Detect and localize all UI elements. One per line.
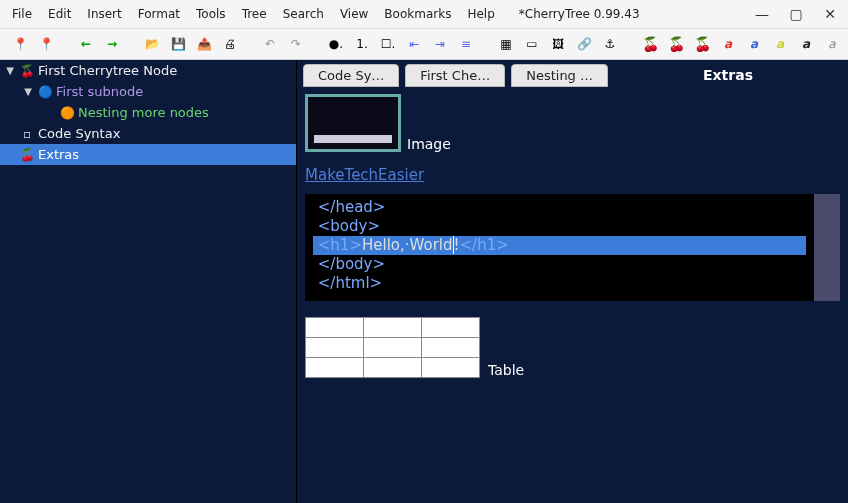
menu-file[interactable]: File <box>4 3 40 25</box>
pin-red-icon[interactable]: 📍 <box>8 32 32 56</box>
save-button[interactable]: 💾 <box>166 32 190 56</box>
format-a-red-icon[interactable]: a <box>716 32 740 56</box>
export-button[interactable]: 📤 <box>192 32 216 56</box>
tab-code-syntax[interactable]: Code Sy… <box>303 64 399 87</box>
open-button[interactable]: 📂 <box>140 32 164 56</box>
tree-node[interactable]: ▫ Code Syntax <box>0 123 296 144</box>
node-tree[interactable]: ▼ 🍒 First Cherrytree Node ▼ 🔵 First subn… <box>0 60 297 503</box>
code-line: </body> <box>313 255 806 274</box>
menu-view[interactable]: View <box>332 3 376 25</box>
bullet-list-icon[interactable]: ●. <box>324 32 348 56</box>
sphere-icon: 🔵 <box>38 85 52 99</box>
format-a-blue-icon[interactable]: a <box>742 32 766 56</box>
tree-node[interactable]: ▼ 🍒 First Cherrytree Node <box>0 60 296 81</box>
active-node-title: Extras <box>614 67 842 83</box>
tree-node[interactable]: ▼ 🔵 First subnode <box>0 81 296 102</box>
cherry-green-icon[interactable]: 🍒 <box>664 32 688 56</box>
code-line: <body> <box>313 217 806 236</box>
insert-table-icon[interactable]: ▦ <box>494 32 518 56</box>
menu-bookmarks[interactable]: Bookmarks <box>376 3 459 25</box>
code-line-selected: <h1>Hello,·World!</h1> <box>313 236 806 255</box>
embedded-image[interactable] <box>305 94 401 152</box>
minimize-button[interactable]: — <box>748 6 776 22</box>
pin-green-icon[interactable]: 📍 <box>34 32 58 56</box>
menu-edit[interactable]: Edit <box>40 3 79 25</box>
menu-insert[interactable]: Insert <box>79 3 129 25</box>
menu-help[interactable]: Help <box>459 3 502 25</box>
code-icon: ▫ <box>20 127 34 141</box>
format-a-gray-icon[interactable]: a <box>820 32 844 56</box>
table-label: Table <box>488 362 524 378</box>
undo-button[interactable]: ↶ <box>258 32 282 56</box>
checkbox-list-icon[interactable]: ☐. <box>376 32 400 56</box>
cherry-icon: 🍒 <box>20 148 34 162</box>
tree-node-label: Extras <box>38 147 79 162</box>
menu-format[interactable]: Format <box>130 3 188 25</box>
format-a-black-icon[interactable]: a <box>794 32 818 56</box>
table-row-container: Table <box>305 317 840 378</box>
expander-icon[interactable]: ▼ <box>4 65 16 76</box>
close-button[interactable]: ✕ <box>816 6 844 22</box>
format-a-yellow-icon[interactable]: a <box>768 32 792 56</box>
justify-icon[interactable]: ≡ <box>454 32 478 56</box>
image-row: Image <box>305 94 840 152</box>
tree-node-label: First subnode <box>56 84 143 99</box>
ordered-list-icon[interactable]: 1. <box>350 32 374 56</box>
window-title: *CherryTree 0.99.43 <box>519 7 640 21</box>
content-pane: Code Sy… First Che… Nesting … Extras Ima… <box>297 60 848 503</box>
link-row: MakeTechEasier <box>305 166 840 184</box>
menu-tree[interactable]: Tree <box>234 3 275 25</box>
insert-image-icon[interactable]: 🖼 <box>546 32 570 56</box>
menu-bar: File Edit Insert Format Tools Tree Searc… <box>0 0 848 28</box>
tab-bar: Code Sy… First Che… Nesting … Extras <box>297 60 848 90</box>
expander-icon[interactable]: ▼ <box>22 86 34 97</box>
insert-codebox-icon[interactable]: ▭ <box>520 32 544 56</box>
redo-button[interactable]: ↷ <box>284 32 308 56</box>
menu-tools[interactable]: Tools <box>188 3 234 25</box>
tree-node[interactable]: 🍒 Extras <box>0 144 296 165</box>
sphere-icon: 🟠 <box>60 106 74 120</box>
embedded-table[interactable] <box>305 317 480 378</box>
code-line: </html> <box>313 274 806 293</box>
insert-link-icon[interactable]: 🔗 <box>572 32 596 56</box>
print-button[interactable]: 🖨 <box>218 32 242 56</box>
cherry-blue-icon[interactable]: 🍒 <box>690 32 714 56</box>
tab-first-cherry[interactable]: First Che… <box>405 64 505 87</box>
indent-icon[interactable]: ⇥ <box>428 32 452 56</box>
tree-node-label: Code Syntax <box>38 126 120 141</box>
cherry-icon: 🍒 <box>20 64 34 78</box>
main-area: ▼ 🍒 First Cherrytree Node ▼ 🔵 First subn… <box>0 60 848 503</box>
tab-nesting[interactable]: Nesting … <box>511 64 608 87</box>
web-link[interactable]: MakeTechEasier <box>305 166 424 184</box>
tree-node-label: Nesting more nodes <box>78 105 209 120</box>
code-line: </head> <box>313 198 806 217</box>
maximize-button[interactable]: ▢ <box>782 6 810 22</box>
code-box[interactable]: </head> <body> <h1>Hello,·World!</h1> </… <box>305 194 840 301</box>
insert-anchor-icon[interactable]: ⚓ <box>598 32 622 56</box>
tree-node-label: First Cherrytree Node <box>38 63 177 78</box>
cherry-red-icon[interactable]: 🍒 <box>638 32 662 56</box>
back-button[interactable]: ← <box>74 32 98 56</box>
outdent-icon[interactable]: ⇤ <box>402 32 426 56</box>
tree-node[interactable]: 🟠 Nesting more nodes <box>0 102 296 123</box>
editor-body[interactable]: Image MakeTechEasier </head> <body> <h1>… <box>297 90 848 503</box>
image-label: Image <box>407 136 451 152</box>
menu-search[interactable]: Search <box>275 3 332 25</box>
toolbar: 📍 📍 ← → 📂 💾 📤 🖨 ↶ ↷ ●. 1. ☐. ⇤ ⇥ ≡ ▦ ▭ 🖼… <box>0 28 848 60</box>
forward-button[interactable]: → <box>100 32 124 56</box>
